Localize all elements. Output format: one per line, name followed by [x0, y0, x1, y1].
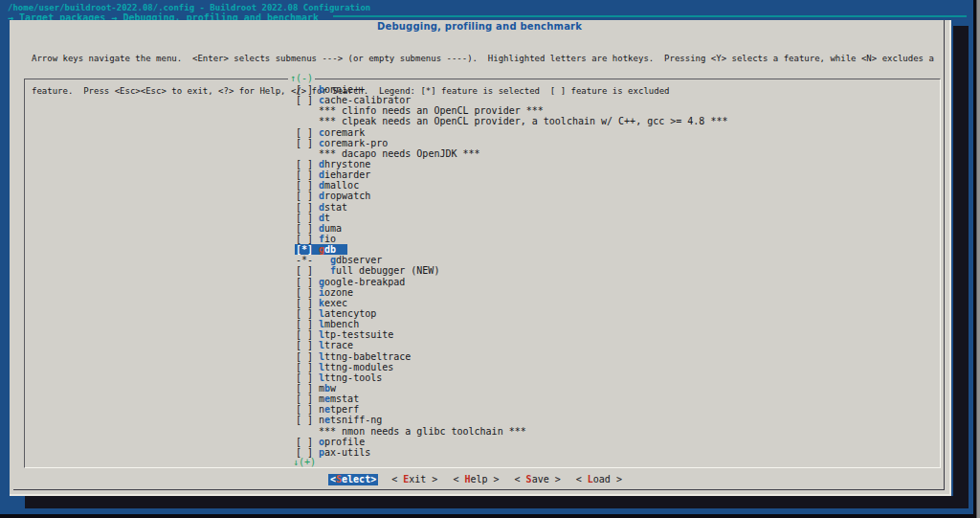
item-hotkey-letter: l	[319, 340, 324, 350]
menu-item-google-breakpad[interactable]: [ ]google-breakpad	[296, 277, 727, 287]
item-hotkey-letter: f	[330, 265, 336, 276]
item-hotkey-letter: e	[324, 394, 330, 404]
menu-item-lmbench[interactable]: [ ]lmbench	[296, 319, 727, 329]
menu-item-full-debugger-new[interactable]: [ ]full debugger (NEW)	[296, 265, 727, 276]
menu-item-fio[interactable]: [ ]fio	[296, 234, 727, 244]
item-label: *** clpeak needs an OpenCL provider, a t…	[319, 116, 727, 126]
menu-item-iozone[interactable]: [ ]iozone	[296, 287, 727, 298]
menu-comment: *** dacapo needs OpenJDK ***	[296, 148, 727, 159]
menu-comment: *** clpeak needs an OpenCL provider, a t…	[296, 116, 727, 126]
item-state-marker: [ ]	[296, 319, 319, 329]
menu-item-dstat[interactable]: [ ]dstat	[296, 202, 727, 213]
dialog-shadow-bottom	[25, 496, 969, 508]
menu-item-coremark-pro[interactable]: [ ]coremark-pro	[296, 138, 727, 148]
item-state-marker: [ ]	[296, 180, 319, 191]
window-title: /home/user/buildroot-2022.08/.config - B…	[8, 3, 370, 12]
menu-item-bonnie[interactable]: [ ]bonnie++	[296, 84, 727, 95]
item-state-marker: [ ]	[296, 202, 319, 213]
menu-item-dieharder[interactable]: [ ]dieharder	[296, 169, 727, 180]
item-hotkey-letter: c	[319, 138, 324, 148]
item-state-marker: [ ]	[296, 404, 319, 415]
breadcrumb-rule	[333, 15, 967, 17]
dialog-title: Debugging, profiling and benchmark	[10, 21, 949, 32]
menu-item-dhrystone[interactable]: [ ]dhrystone	[296, 159, 727, 169]
dialog-button-row: <Select>< Exit >< Help >< Save >< Load >	[330, 474, 622, 485]
item-label: lttng-tools	[319, 372, 382, 383]
item-hotkey-letter: d	[319, 180, 324, 191]
item-label: netperf	[319, 404, 359, 415]
item-state-marker: [ ]	[296, 169, 319, 180]
menu-item-dropwatch[interactable]: [ ]dropwatch	[296, 191, 727, 201]
item-label: coremark	[319, 127, 365, 138]
item-state-marker: [ ]	[296, 415, 319, 425]
item-state-marker: [ ]	[296, 383, 319, 394]
menu-item-lttng-babeltrace[interactable]: [ ]lttng-babeltrace	[296, 351, 727, 362]
item-state-marker: [ ]	[296, 213, 319, 223]
item-state-marker: [ ]	[296, 298, 319, 308]
item-label: duma	[319, 223, 342, 234]
menu-item-duma[interactable]: [ ]duma	[296, 223, 727, 234]
help-button[interactable]: < Help >	[453, 474, 499, 485]
menu-list: [ ]bonnie++[ ]cache-calibrator*** clinfo…	[296, 84, 727, 458]
item-label: coremark-pro	[319, 138, 388, 148]
item-hotkey-letter: c	[319, 95, 324, 105]
item-label: *** clinfo needs an OpenCL provider ***	[319, 105, 544, 116]
item-state-marker: [ ]	[296, 127, 319, 138]
item-label: oprofile	[319, 437, 365, 447]
item-hotkey-letter: b	[319, 84, 324, 95]
menu-item-coremark[interactable]: [ ]coremark	[296, 127, 727, 138]
item-label: lttng-babeltrace	[319, 351, 411, 362]
menu-item-netperf[interactable]: [ ]netperf	[296, 404, 727, 415]
menu-item-memstat[interactable]: [ ]memstat	[296, 394, 727, 404]
select-button[interactable]: <Select>	[328, 474, 378, 485]
button-hotkey-letter: L	[588, 474, 593, 484]
item-label: latencytop	[319, 308, 376, 319]
item-state-marker: [ ]	[296, 394, 319, 404]
item-label: dropwatch	[319, 191, 370, 201]
item-hotkey-letter: p	[319, 447, 324, 458]
menu-item-kexec[interactable]: [ ]kexec	[296, 298, 727, 308]
load-button[interactable]: < Load >	[576, 474, 622, 485]
item-state-marker: [ ]	[296, 159, 319, 169]
item-hotkey-letter: l	[319, 308, 324, 319]
item-state-marker: [ ]	[296, 84, 319, 95]
dialog-shadow-right	[953, 26, 969, 508]
item-label: *** dacapo needs OpenJDK ***	[319, 148, 480, 159]
item-label: dhrystone	[319, 159, 370, 169]
menu-item-latencytop[interactable]: [ ]latencytop	[296, 308, 727, 319]
save-button[interactable]: < Save >	[515, 474, 561, 485]
item-hotkey-letter: g	[319, 277, 324, 287]
item-state-marker: [ ]	[296, 95, 319, 105]
menu-item-dt[interactable]: [ ]dt	[296, 213, 727, 223]
menu-item-dmalloc[interactable]: [ ]dmalloc	[296, 180, 727, 191]
item-state-marker: [ ]	[296, 223, 319, 234]
menu-item-lttng-tools[interactable]: [ ]lttng-tools	[296, 372, 727, 383]
menu-item-ltrace[interactable]: [ ]ltrace	[296, 340, 727, 350]
item-label: ltrace	[319, 340, 353, 350]
item-label: dmalloc	[319, 180, 359, 191]
menu-item-pax-utils[interactable]: [ ]pax-utils	[296, 447, 727, 458]
item-hotkey-letter: d	[319, 223, 324, 234]
menu-item-netsniff-ng[interactable]: [ ]netsniff-ng	[296, 415, 727, 425]
exit-button[interactable]: < Exit >	[391, 474, 437, 485]
button-hotkey-letter: S	[336, 474, 342, 484]
menu-item-oprofile[interactable]: [ ]oprofile	[296, 437, 727, 447]
item-hotkey-letter: e	[324, 415, 330, 425]
menu-item-lttng-modules[interactable]: [ ]lttng-modules	[296, 362, 727, 372]
item-state-marker: [ ]	[296, 308, 319, 319]
menu-item-gdb[interactable]: [*]gdb	[296, 244, 727, 255]
item-hotkey-letter: c	[319, 127, 324, 138]
menu-item-mbw[interactable]: [ ]mbw	[296, 383, 727, 394]
menu-comment: *** nmon needs a glibc toolchain ***	[296, 426, 727, 437]
button-hotkey-letter: S	[526, 474, 532, 484]
menu-item-gdbserver[interactable]: -*-gdbserver	[296, 255, 727, 265]
item-label: fio	[319, 234, 336, 244]
item-hotkey-letter: l	[319, 329, 324, 340]
menu-comment: *** clinfo needs an OpenCL provider ***	[296, 105, 727, 116]
item-label: iozone	[319, 287, 353, 298]
item-hotkey-letter: d	[319, 202, 324, 213]
item-hotkey-letter: b	[324, 383, 330, 394]
menu-item-ltp-testsuite[interactable]: [ ]ltp-testsuite	[296, 329, 727, 340]
menu-item-cache-calibrator[interactable]: [ ]cache-calibrator	[296, 95, 727, 105]
terminal-scrollbar[interactable]	[976, 0, 980, 518]
